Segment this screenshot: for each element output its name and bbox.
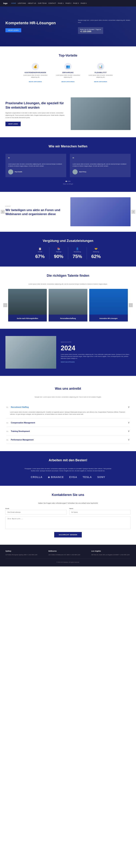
accordion-item-1: 01. Recruitment Staffing ∨ Lorem ipsum d… [6, 403, 130, 418]
nav-link-p1[interactable]: PAGE 1 [58, 2, 64, 4]
talente-prev-button[interactable]: ‹ [3, 303, 7, 307]
foren-text: EVENT Wir beteiligen uns aktiv an Foren … [5, 206, 66, 218]
kontakt-form-row: Email Name [5, 508, 131, 515]
accordion-toggle-2: ∨ [128, 421, 130, 424]
nav-links: HOME LEISTUNG ABOUT US OUR TEAM CONTACT … [11, 2, 86, 4]
uber-image [5, 336, 56, 369]
name-field-wrapper: Name [69, 508, 131, 515]
nav-link-home[interactable]: HOME [11, 2, 16, 4]
vorteile-stat-icon: 📋 [35, 247, 45, 250]
foren-prev-button[interactable]: ‹ [1, 210, 5, 214]
nav-link-p3[interactable]: PAGE 3 [73, 2, 79, 4]
author-1-avatar [8, 169, 13, 175]
dot-3[interactable] [69, 181, 70, 182]
talente-card-2-title: Personalbeschaffung [60, 317, 76, 319]
slider-source: Slider von Elfsight [5, 183, 131, 185]
testimonials-container: " Lorem ipsum dolor sit amet, consectetu… [5, 154, 131, 177]
testimonial-2: " Lorem ipsum dolor sit amet, consectetu… [70, 154, 131, 177]
accordion-header-3[interactable]: 03. Training Development ∨ [6, 427, 130, 435]
nav-link-leistung[interactable]: LEISTUNG [18, 2, 26, 4]
flexibilitaet-label: FLEXIBILITÄT [88, 72, 113, 73]
accordion-toggle-4: ∨ [128, 438, 130, 441]
footer-sydney-title: Sydney [5, 550, 45, 552]
kosten-icon: 💰 [32, 63, 39, 70]
stat-mentoring: 🤝 Mentoring 62% [87, 247, 105, 259]
vergutung-section: Vergütung und Zusatzleistungen 📋 Vorteil… [0, 232, 136, 267]
praxisnahe-image [71, 97, 131, 130]
talente-next-button[interactable]: › [129, 303, 133, 307]
brand-sony: SONY [97, 475, 105, 478]
message-textarea[interactable] [5, 517, 131, 529]
foren-next-button[interactable]: › [131, 210, 135, 214]
was-section: Was uns antreibt Sample text. Lorem ipsu… [0, 379, 136, 451]
uber-content: GESCHICHTE 2024 Lorem ipsum dolor sit am… [61, 341, 131, 363]
uber-header: GESCHICHTE 2024 Lorem ipsum dolor sit am… [0, 329, 136, 376]
quote-mark-2: " [72, 156, 128, 161]
email-input[interactable] [5, 510, 67, 515]
hero-section: Kompetente HR-Lösungen MEHR LESEN Sample… [0, 6, 136, 46]
footer-cols: Sydney 42 Portlen Rd Symon Sydney 2000 +… [5, 550, 131, 556]
erfahrung-icon: 👥 [64, 63, 72, 70]
hero-cta-button[interactable]: MEHR LESEN [5, 28, 21, 32]
footer: Sydney 42 Portlen Rd Symon Sydney 2000 +… [0, 545, 136, 566]
talente-title: Die richtigen Talente finden [5, 274, 131, 278]
praxisnahe-button[interactable]: MEHR LESEN [5, 122, 21, 126]
uber-section: GESCHICHTE 2024 Lorem ipsum dolor sit am… [0, 329, 136, 379]
accordion-header-4[interactable]: 04. Performance Management ∨ [6, 435, 130, 444]
accordion-toggle-1: ∨ [128, 405, 130, 408]
flexibilitaet-mehr-button[interactable]: MEHR ERFAHREN [94, 81, 107, 83]
accordion-item-3: 03. Training Development ∨ [6, 427, 130, 435]
accordion-num-2: 02. [6, 422, 9, 424]
erfahrung-mehr-button[interactable]: MEHR ERFAHREN [62, 81, 74, 83]
footer-col-melbourne: Melbourne 132 Collins St Melbourne VIC 3… [48, 550, 88, 556]
praxisnahe-img-inner [71, 97, 131, 130]
nav-link-p2[interactable]: PAGE 2 [65, 2, 71, 4]
accordion-toggle-3: ∨ [128, 430, 130, 432]
dot-2[interactable] [67, 181, 69, 182]
accordion-header-2-left: 02. Compensation Management [6, 421, 35, 424]
erfahrung-desc: Lorem ipsum dolor sit amet, consectetur … [55, 74, 81, 78]
testimonial-2-author: Sam Perry [72, 169, 128, 175]
name-input[interactable] [69, 510, 131, 515]
footer-col-sydney: Sydney 42 Portlen Rd Symon Sydney 2000 +… [5, 550, 45, 556]
accordion-header-4-left: 04. Performance Management [6, 438, 34, 441]
accordion-header-1[interactable]: 01. Recruitment Staffing ∨ [6, 403, 130, 411]
talente-cards: Suche nach Führungskräften Personalbesch… [8, 289, 128, 321]
accordion-title-2: Compensation Management [11, 422, 35, 424]
email-field-wrapper: Email [5, 508, 67, 515]
uber-text: Lorem ipsum dolor sit amet, consectetur … [61, 353, 131, 360]
talente-slider-wrapper: ‹ Suche nach Führungskräften Personalbes… [5, 289, 131, 321]
nav-link-team[interactable]: OUR TEAM [38, 2, 46, 4]
vorteil-flexibilitaet: 📊 FLEXIBILITÄT Lorem ipsum dolor sit ame… [88, 63, 113, 83]
uber-title-bar [0, 376, 136, 379]
kosten-mehr-button[interactable]: MEHR ERFAHREN [29, 81, 42, 83]
footer-col-la: Los Angeles 380 New St, Suite 200 Los An… [91, 550, 131, 556]
talente-desc: Lorem ipsum dolor sit amet, consectetur … [23, 283, 113, 285]
testimonial-1: " Lorem ipsum dolor sit amet, consectetu… [5, 154, 66, 177]
neustellung-stat-value: 75% [73, 254, 82, 259]
talente-card-2: Personalbeschaffung [48, 289, 87, 321]
erfahrung-label: ERFAHRUNG [55, 72, 81, 73]
send-message-button[interactable]: NACHRICHT SENDEN [54, 532, 82, 537]
vorteile-stat-value: 67% [35, 254, 45, 259]
kosten-desc: Lorem ipsum dolor sit amet, consectetur … [23, 74, 48, 78]
hero-content: Kompetente HR-Lösungen MEHR LESEN [5, 21, 74, 32]
vergutung-title: Vergütung und Zusatzleistungen [5, 239, 131, 243]
nav-link-p9[interactable]: PAGE 9 [81, 2, 87, 4]
talente-card-3: Innovative HR-Lösungen [89, 289, 128, 321]
nav-link-about[interactable]: ABOUT US [28, 2, 36, 4]
mentoring-stat-label: Mentoring [91, 251, 101, 253]
author-2-avatar [72, 169, 78, 175]
flexibilitaet-icon: 📊 [97, 63, 104, 70]
footer-sydney-text: 42 Portlen Rd Symon Sydney 2000 +1 923 5… [5, 554, 45, 556]
nav-link-contact[interactable]: CONTACT [48, 2, 56, 4]
praxisnahe-text: Praxisnahe Lösungen, die speziell für Si… [5, 101, 65, 126]
talente-card-1-overlay: Suche nach Führungskräften [8, 315, 47, 321]
logo[interactable]: logo [3, 2, 7, 4]
dot-1[interactable] [66, 181, 67, 182]
wie-wir-title: Wie wir Menschen helfen [5, 145, 131, 148]
accordion-header-2[interactable]: 02. Compensation Management ∨ [6, 418, 130, 427]
brand-binance: ◆ BINANCE [48, 475, 64, 478]
hero-phone-number: +1 123-1555 [80, 30, 101, 32]
uber-link[interactable]: MEHR NACHFRAGEN [61, 361, 75, 363]
